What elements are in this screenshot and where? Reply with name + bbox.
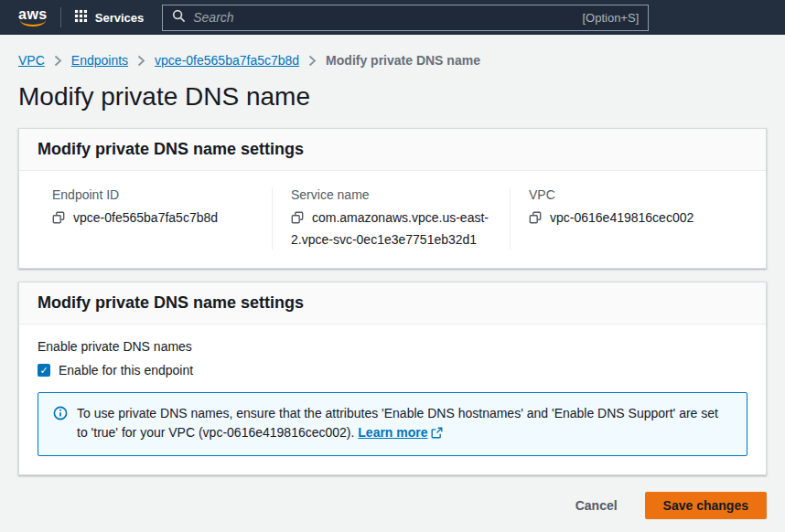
endpoint-id-value: vpce-0fe565ba7fa5c7b8d bbox=[73, 210, 218, 225]
save-changes-button[interactable]: Save changes bbox=[645, 492, 767, 519]
search-input[interactable]: Search [Option+S] bbox=[162, 5, 649, 31]
search-placeholder: Search bbox=[193, 10, 575, 25]
services-label: Services bbox=[95, 11, 145, 25]
checkbox-checked[interactable]: ✓ bbox=[38, 364, 50, 377]
chevron-right-icon bbox=[137, 55, 145, 67]
checkbox-label[interactable]: Enable for this endpoint bbox=[59, 363, 193, 378]
page-title: Modify private DNS name bbox=[18, 82, 767, 112]
enable-endpoint-checkbox-row[interactable]: ✓ Enable for this endpoint bbox=[38, 363, 747, 378]
endpoint-summary-card: Modify private DNS name settings Endpoin… bbox=[18, 128, 767, 269]
summary-card-title: Modify private DNS name settings bbox=[38, 140, 747, 159]
external-link-icon bbox=[431, 425, 443, 444]
vpc-value: vpc-0616e419816cec002 bbox=[550, 210, 694, 225]
form-actions: Cancel Save changes bbox=[18, 488, 767, 532]
breadcrumb-endpoint-id-link[interactable]: vpce-0fe565ba7fa5c7b8d bbox=[155, 53, 299, 68]
summary-card-header: Modify private DNS name settings bbox=[19, 129, 766, 171]
copy-icon[interactable] bbox=[291, 209, 304, 229]
search-shortcut-hint: [Option+S] bbox=[582, 11, 639, 25]
top-navigation-bar: aws Services Search [Option+S] bbox=[0, 0, 785, 35]
summary-field-grid: Endpoint ID vpce-0fe565ba7fa5c7b8d Servi… bbox=[34, 187, 747, 250]
summary-card-body: Endpoint ID vpce-0fe565ba7fa5c7b8d Servi… bbox=[19, 171, 766, 268]
info-alert: To use private DNS names, ensure that th… bbox=[38, 392, 747, 456]
settings-card-body: Enable private DNS names ✓ Enable for th… bbox=[19, 325, 766, 474]
service-name-value-row: com.amazonaws.vpce.us-east-2.vpce-svc-0e… bbox=[291, 207, 495, 250]
service-name-label: Service name bbox=[291, 187, 495, 202]
enable-private-dns-label: Enable private DNS names bbox=[38, 339, 747, 354]
breadcrumb-current-page: Modify private DNS name bbox=[326, 53, 480, 68]
settings-card-header: Modify private DNS name settings bbox=[19, 282, 766, 325]
info-icon bbox=[53, 404, 68, 444]
main-content: VPC Endpoints vpce-0fe565ba7fa5c7b8d Mod… bbox=[0, 35, 785, 532]
vpc-value-row: vpc-0616e419816cec002 bbox=[529, 207, 733, 229]
search-icon bbox=[172, 9, 186, 26]
endpoint-id-label: Endpoint ID bbox=[52, 187, 257, 202]
breadcrumb: VPC Endpoints vpce-0fe565ba7fa5c7b8d Mod… bbox=[18, 53, 767, 68]
cancel-button[interactable]: Cancel bbox=[557, 492, 636, 519]
info-alert-text: To use private DNS names, ensure that th… bbox=[77, 404, 732, 444]
chevron-right-icon bbox=[308, 55, 317, 67]
settings-card-title: Modify private DNS name settings bbox=[38, 293, 747, 313]
services-menu-button[interactable]: Services bbox=[74, 9, 145, 26]
chevron-right-icon bbox=[54, 55, 62, 67]
vpc-label: VPC bbox=[529, 187, 733, 202]
aws-logo[interactable]: aws bbox=[18, 8, 48, 27]
copy-icon[interactable] bbox=[529, 209, 542, 229]
topbar-divider bbox=[60, 7, 61, 27]
aws-logo-text: aws bbox=[18, 8, 48, 21]
copy-icon[interactable] bbox=[52, 209, 65, 229]
dns-settings-card: Modify private DNS name settings Enable … bbox=[18, 282, 767, 475]
learn-more-link[interactable]: Learn more bbox=[358, 425, 442, 440]
aws-logo-swoosh bbox=[20, 20, 46, 27]
endpoint-id-field: Endpoint ID vpce-0fe565ba7fa5c7b8d bbox=[34, 187, 272, 250]
vpc-field: VPC vpc-0616e419816cec002 bbox=[510, 187, 747, 250]
services-grid-icon bbox=[74, 9, 88, 26]
endpoint-id-value-row: vpce-0fe565ba7fa5c7b8d bbox=[52, 207, 257, 229]
breadcrumb-vpc-link[interactable]: VPC bbox=[18, 53, 45, 68]
breadcrumb-endpoints-link[interactable]: Endpoints bbox=[71, 53, 128, 68]
service-name-value: com.amazonaws.vpce.us-east-2.vpce-svc-0e… bbox=[291, 210, 489, 247]
learn-more-label: Learn more bbox=[358, 425, 427, 440]
service-name-field: Service name com.amazonaws.vpce.us-east-… bbox=[272, 187, 510, 250]
